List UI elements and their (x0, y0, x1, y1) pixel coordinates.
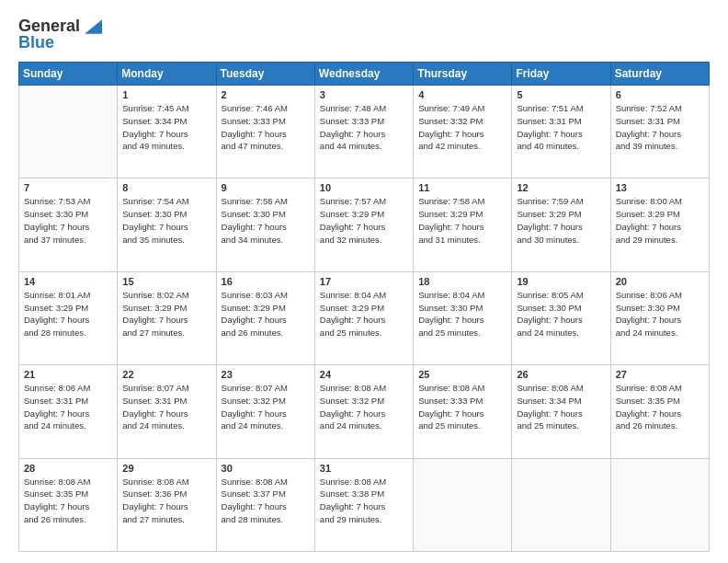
day-cell-21: 21Sunrise: 8:06 AMSunset: 3:31 PMDayligh… (19, 365, 118, 458)
day-header-sunday: Sunday (19, 63, 118, 86)
day-number: 14 (24, 276, 112, 287)
empty-cell (19, 86, 118, 178)
day-info: Sunrise: 8:06 AMSunset: 3:31 PMDaylight:… (24, 382, 112, 432)
day-cell-12: 12Sunrise: 7:59 AMSunset: 3:29 PMDayligh… (512, 178, 610, 271)
day-info: Sunrise: 8:00 AMSunset: 3:29 PMDaylight:… (616, 195, 704, 246)
day-cell-27: 27Sunrise: 8:08 AMSunset: 3:35 PMDayligh… (610, 365, 709, 458)
day-info: Sunrise: 7:58 AMSunset: 3:29 PMDaylight:… (418, 195, 506, 246)
day-cell-9: 9Sunrise: 7:56 AMSunset: 3:30 PMDaylight… (216, 178, 314, 271)
day-info: Sunrise: 7:52 AMSunset: 3:31 PMDaylight:… (616, 102, 704, 153)
day-number: 27 (616, 369, 704, 380)
header: General Blue (18, 17, 710, 52)
day-info: Sunrise: 8:06 AMSunset: 3:30 PMDaylight:… (616, 289, 704, 339)
day-number: 26 (517, 369, 605, 380)
day-cell-7: 7Sunrise: 7:53 AMSunset: 3:30 PMDaylight… (19, 178, 118, 271)
day-info: Sunrise: 7:51 AMSunset: 3:31 PMDaylight:… (517, 102, 605, 153)
calendar-table: SundayMondayTuesdayWednesdayThursdayFrid… (18, 62, 710, 552)
day-header-friday: Friday (512, 63, 610, 86)
day-info: Sunrise: 7:59 AMSunset: 3:29 PMDaylight:… (517, 195, 605, 246)
day-number: 23 (222, 369, 310, 380)
day-info: Sunrise: 8:08 AMSunset: 3:38 PMDaylight:… (320, 476, 408, 526)
day-info: Sunrise: 8:08 AMSunset: 3:34 PMDaylight:… (517, 382, 605, 432)
day-number: 5 (517, 89, 605, 100)
day-cell-5: 5Sunrise: 7:51 AMSunset: 3:31 PMDaylight… (512, 86, 610, 178)
day-number: 31 (320, 463, 408, 474)
day-number: 21 (24, 369, 112, 380)
svg-marker-0 (85, 19, 102, 34)
day-cell-4: 4Sunrise: 7:49 AMSunset: 3:32 PMDaylight… (414, 86, 512, 178)
day-number: 18 (418, 276, 506, 287)
day-header-saturday: Saturday (610, 63, 709, 86)
day-info: Sunrise: 8:03 AMSunset: 3:29 PMDaylight:… (222, 289, 310, 339)
day-info: Sunrise: 8:08 AMSunset: 3:32 PMDaylight:… (320, 382, 408, 432)
day-number: 8 (122, 182, 210, 193)
empty-cell (610, 458, 709, 551)
day-cell-8: 8Sunrise: 7:54 AMSunset: 3:30 PMDaylight… (118, 178, 216, 271)
day-cell-1: 1Sunrise: 7:45 AMSunset: 3:34 PMDaylight… (118, 86, 216, 178)
day-cell-20: 20Sunrise: 8:06 AMSunset: 3:30 PMDayligh… (610, 271, 709, 364)
day-number: 20 (616, 276, 704, 287)
day-number: 30 (222, 463, 310, 474)
day-number: 15 (122, 276, 210, 287)
day-number: 4 (418, 89, 506, 100)
day-cell-14: 14Sunrise: 8:01 AMSunset: 3:29 PMDayligh… (19, 271, 118, 364)
day-header-wednesday: Wednesday (314, 63, 413, 86)
day-info: Sunrise: 7:53 AMSunset: 3:30 PMDaylight:… (24, 195, 112, 246)
day-number: 28 (24, 463, 112, 474)
day-cell-10: 10Sunrise: 7:57 AMSunset: 3:29 PMDayligh… (314, 178, 413, 271)
day-cell-30: 30Sunrise: 8:08 AMSunset: 3:37 PMDayligh… (216, 458, 314, 551)
day-number: 6 (616, 89, 704, 100)
day-number: 17 (320, 276, 408, 287)
day-number: 2 (222, 89, 310, 100)
day-info: Sunrise: 7:49 AMSunset: 3:32 PMDaylight:… (418, 102, 506, 153)
day-number: 3 (320, 89, 408, 100)
day-cell-19: 19Sunrise: 8:05 AMSunset: 3:30 PMDayligh… (512, 271, 610, 364)
empty-cell (512, 458, 610, 551)
day-cell-2: 2Sunrise: 7:46 AMSunset: 3:33 PMDaylight… (216, 86, 314, 178)
day-cell-28: 28Sunrise: 8:08 AMSunset: 3:35 PMDayligh… (19, 458, 118, 551)
page: General Blue SundayMondayTuesdayWednesda… (0, 0, 728, 563)
day-info: Sunrise: 7:57 AMSunset: 3:29 PMDaylight:… (320, 195, 408, 246)
day-number: 12 (517, 182, 605, 193)
week-row-2: 7Sunrise: 7:53 AMSunset: 3:30 PMDaylight… (19, 178, 710, 271)
week-row-3: 14Sunrise: 8:01 AMSunset: 3:29 PMDayligh… (19, 271, 710, 364)
day-info: Sunrise: 8:07 AMSunset: 3:31 PMDaylight:… (122, 382, 210, 432)
logo-icon (82, 17, 102, 37)
day-cell-16: 16Sunrise: 8:03 AMSunset: 3:29 PMDayligh… (216, 271, 314, 364)
day-info: Sunrise: 7:54 AMSunset: 3:30 PMDaylight:… (122, 195, 210, 246)
day-cell-22: 22Sunrise: 8:07 AMSunset: 3:31 PMDayligh… (118, 365, 216, 458)
day-cell-26: 26Sunrise: 8:08 AMSunset: 3:34 PMDayligh… (512, 365, 610, 458)
day-cell-11: 11Sunrise: 7:58 AMSunset: 3:29 PMDayligh… (414, 178, 512, 271)
day-cell-24: 24Sunrise: 8:08 AMSunset: 3:32 PMDayligh… (314, 365, 413, 458)
day-header-monday: Monday (118, 63, 216, 86)
day-cell-25: 25Sunrise: 8:08 AMSunset: 3:33 PMDayligh… (414, 365, 512, 458)
day-cell-6: 6Sunrise: 7:52 AMSunset: 3:31 PMDaylight… (610, 86, 709, 178)
logo: General Blue (18, 17, 102, 52)
day-cell-15: 15Sunrise: 8:02 AMSunset: 3:29 PMDayligh… (118, 271, 216, 364)
day-info: Sunrise: 8:08 AMSunset: 3:36 PMDaylight:… (122, 476, 210, 526)
day-number: 7 (24, 182, 112, 193)
day-number: 19 (517, 276, 605, 287)
day-header-tuesday: Tuesday (216, 63, 314, 86)
day-info: Sunrise: 7:48 AMSunset: 3:33 PMDaylight:… (320, 102, 408, 153)
day-number: 16 (222, 276, 310, 287)
day-info: Sunrise: 7:46 AMSunset: 3:33 PMDaylight:… (222, 102, 310, 153)
day-number: 10 (320, 182, 408, 193)
week-row-4: 21Sunrise: 8:06 AMSunset: 3:31 PMDayligh… (19, 365, 710, 458)
day-cell-13: 13Sunrise: 8:00 AMSunset: 3:29 PMDayligh… (610, 178, 709, 271)
empty-cell (414, 458, 512, 551)
calendar-header-row: SundayMondayTuesdayWednesdayThursdayFrid… (19, 63, 710, 86)
day-info: Sunrise: 8:08 AMSunset: 3:35 PMDaylight:… (24, 476, 112, 526)
week-row-1: 1Sunrise: 7:45 AMSunset: 3:34 PMDaylight… (19, 86, 710, 178)
day-number: 1 (122, 89, 210, 100)
day-info: Sunrise: 8:01 AMSunset: 3:29 PMDaylight:… (24, 289, 112, 339)
day-header-thursday: Thursday (414, 63, 512, 86)
day-info: Sunrise: 7:45 AMSunset: 3:34 PMDaylight:… (122, 102, 210, 153)
day-cell-17: 17Sunrise: 8:04 AMSunset: 3:29 PMDayligh… (314, 271, 413, 364)
day-cell-3: 3Sunrise: 7:48 AMSunset: 3:33 PMDaylight… (314, 86, 413, 178)
day-number: 11 (418, 182, 506, 193)
day-info: Sunrise: 8:08 AMSunset: 3:35 PMDaylight:… (616, 382, 704, 432)
day-info: Sunrise: 8:08 AMSunset: 3:37 PMDaylight:… (222, 476, 310, 526)
day-number: 25 (418, 369, 506, 380)
day-number: 9 (222, 182, 310, 193)
